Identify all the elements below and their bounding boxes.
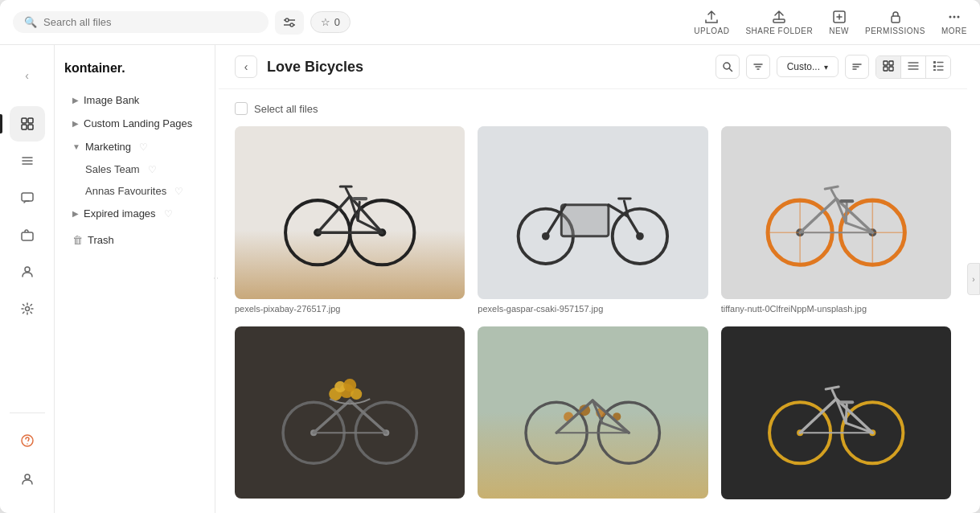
favorites-count: 0 [334, 16, 340, 28]
image-card[interactable]: pexels-gaspar-csaki-957157.jpg [478, 126, 707, 314]
sidebar-item-image-bank[interactable]: ▶ Image Bank [59, 88, 210, 112]
bike-image-3 [721, 126, 951, 299]
svg-line-84 [825, 187, 838, 189]
svg-point-24 [27, 443, 28, 445]
permissions-button[interactable]: PERMISSIONS [865, 9, 925, 35]
image-card[interactable] [721, 326, 951, 504]
search-box: 🔍 [13, 11, 269, 33]
nav-grid-button[interactable] [10, 106, 45, 142]
heart-icon: ♡ [148, 164, 157, 175]
sidebar-item-trash[interactable]: 🗑 Trash [59, 228, 210, 252]
right-collapse-button[interactable]: › [967, 263, 980, 295]
favorites-button[interactable]: ☆ 0 [310, 11, 351, 33]
svg-rect-34 [884, 61, 888, 65]
search-input[interactable] [43, 16, 257, 28]
nav-list-button[interactable] [10, 143, 45, 179]
back-icon: ‹ [244, 60, 248, 73]
filter-icon [283, 16, 296, 29]
list-view-button[interactable] [901, 56, 926, 78]
image-card[interactable] [235, 326, 465, 504]
sidebar-item-marketing[interactable]: ▼ Marketing ♡ [59, 135, 210, 158]
select-all-checkbox[interactable] [235, 102, 248, 115]
sidebar-item-label: Sales Team [85, 163, 140, 175]
trash-icon: 🗑 [72, 234, 83, 246]
image-filename: tiffany-nutt-0ClfreiNppM-unsplash.jpg [721, 304, 951, 314]
search-content-button[interactable] [716, 55, 740, 79]
svg-line-121 [846, 404, 847, 423]
sidebar-item-label: Image Bank [84, 94, 139, 106]
sidebar-item-label: Annas Favourites [85, 185, 166, 197]
grid-view-button[interactable] [876, 56, 901, 78]
detail-view-icon [933, 60, 944, 72]
svg-point-22 [25, 307, 29, 311]
svg-point-10 [953, 16, 956, 18]
image-filename: pexels-gaspar-csaki-957157.jpg [478, 304, 707, 314]
brand-logo: kontainer. [55, 55, 215, 88]
page-title: Love Bicycles [267, 59, 706, 76]
heart-icon: ♡ [164, 208, 173, 220]
custom-dropdown[interactable]: Custo... ▾ [777, 56, 839, 77]
grid-icon [20, 117, 35, 131]
svg-line-83 [831, 190, 836, 199]
svg-point-98 [343, 379, 356, 392]
sidebar-item-expired-images[interactable]: ▶ Expired images ♡ [59, 202, 210, 225]
search-area: 🔍 ☆ 0 [13, 10, 351, 35]
nav-chat-button[interactable] [10, 180, 45, 215]
svg-line-58 [358, 202, 359, 220]
caret-icon: ▶ [72, 209, 79, 218]
bike-image-4 [235, 326, 465, 499]
nav-help-button[interactable] [10, 423, 45, 458]
svg-point-11 [957, 16, 960, 18]
svg-rect-14 [22, 125, 27, 129]
top-actions: UPLOAD SHARE FOLDER NEW [694, 9, 967, 35]
nav-profile-button[interactable] [10, 462, 45, 497]
svg-point-25 [25, 474, 30, 479]
svg-rect-45 [933, 69, 936, 71]
image-card[interactable] [478, 326, 707, 504]
nav-settings-button[interactable] [10, 291, 45, 326]
svg-line-120 [826, 387, 839, 389]
upload-icon [703, 9, 720, 25]
select-all-label: Select all files [254, 103, 318, 115]
sidebar-item-label: Marketing [85, 141, 131, 153]
sort-icon [851, 61, 863, 72]
svg-rect-13 [28, 118, 33, 123]
svg-line-56 [346, 188, 350, 196]
image-filename: pexels-pixabay-276517.jpg [235, 304, 465, 314]
caret-icon: ▶ [72, 119, 79, 128]
svg-point-1 [290, 23, 293, 27]
filter-content-button[interactable] [746, 55, 770, 79]
detail-view-button[interactable] [926, 56, 950, 78]
upload-button[interactable]: UPLOAD [694, 9, 729, 35]
new-button[interactable]: NEW [829, 9, 849, 35]
caret-icon: ▶ [72, 96, 79, 105]
settings-icon [20, 302, 35, 316]
sidebar-item-annas-favourites[interactable]: Annas Favourites ♡ [59, 180, 210, 202]
image-card[interactable]: pexels-pixabay-276517.jpg [235, 126, 465, 314]
sidebar-item-label: Custom Landing Pages [84, 117, 192, 129]
header-actions: Custo... ▾ [716, 55, 951, 79]
collapse-nav-button[interactable]: ‹ [10, 58, 45, 93]
svg-rect-64 [561, 205, 609, 236]
share-folder-button[interactable]: SHARE FOLDER [745, 9, 813, 35]
nav-user-button[interactable] [10, 254, 45, 289]
svg-point-9 [949, 16, 952, 18]
sidebar-item-custom-landing[interactable]: ▶ Custom Landing Pages [59, 112, 210, 135]
top-bar: 🔍 ☆ 0 [0, 0, 980, 45]
sort-button[interactable] [845, 55, 869, 79]
sidebar-item-sales-team[interactable]: Sales Team ♡ [59, 158, 210, 180]
new-icon [831, 9, 847, 25]
more-button[interactable]: MORE [941, 9, 967, 35]
nav-briefcase-button[interactable] [10, 217, 45, 252]
list-view-icon [908, 60, 919, 72]
dropdown-label: Custo... [787, 61, 820, 72]
icon-sidebar-bottom [10, 412, 45, 503]
content-grid: Select all files [219, 89, 967, 513]
sidebar-item-label: Trash [88, 234, 114, 246]
back-button[interactable]: ‹ [235, 55, 257, 78]
image-card[interactable]: tiffany-nutt-0ClfreiNppM-unsplash.jpg [721, 126, 951, 314]
list-icon [20, 154, 35, 168]
app-window: 🔍 ☆ 0 [0, 0, 980, 513]
filter-button[interactable] [275, 10, 304, 35]
svg-rect-12 [22, 118, 27, 123]
